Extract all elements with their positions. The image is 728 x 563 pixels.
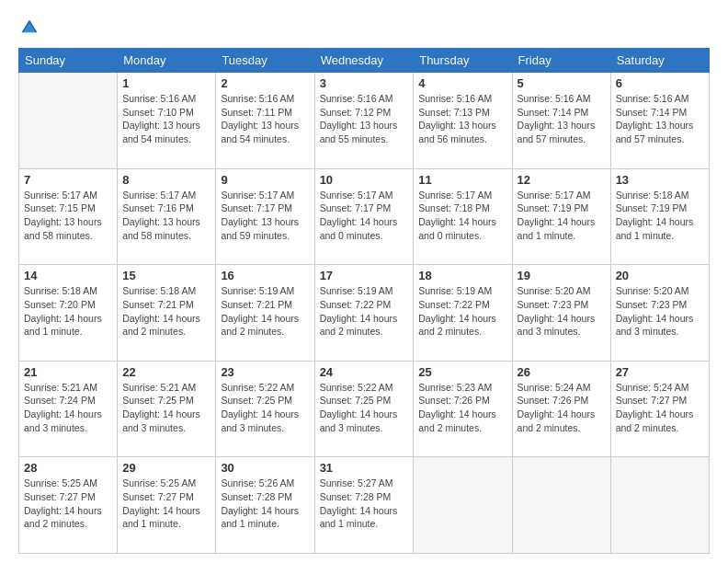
day-cell: 24Sunrise: 5:22 AMSunset: 7:25 PMDayligh…: [314, 361, 414, 457]
weekday-header-wednesday: Wednesday: [314, 49, 414, 73]
day-cell: 15Sunrise: 5:18 AMSunset: 7:21 PMDayligh…: [118, 265, 216, 362]
day-cell: 22Sunrise: 5:21 AMSunset: 7:25 PMDayligh…: [118, 361, 216, 457]
day-info: Sunrise: 5:25 AMSunset: 7:27 PMDaylight:…: [122, 477, 210, 531]
day-number: 4: [418, 76, 506, 90]
day-cell: 31Sunrise: 5:27 AMSunset: 7:28 PMDayligh…: [314, 457, 414, 554]
day-info: Sunrise: 5:18 AMSunset: 7:20 PMDaylight:…: [24, 284, 112, 339]
day-cell: 7Sunrise: 5:17 AMSunset: 7:15 PMDaylight…: [19, 168, 118, 265]
week-row-2: 7Sunrise: 5:17 AMSunset: 7:15 PMDaylight…: [19, 168, 710, 265]
week-row-4: 21Sunrise: 5:21 AMSunset: 7:24 PMDayligh…: [19, 361, 710, 457]
day-number: 14: [24, 269, 112, 282]
day-number: 16: [221, 269, 309, 282]
day-cell: 20Sunrise: 5:20 AMSunset: 7:23 PMDayligh…: [610, 265, 709, 362]
day-number: 17: [320, 269, 409, 282]
day-info: Sunrise: 5:16 AMSunset: 7:14 PMDaylight:…: [616, 92, 704, 146]
day-number: 8: [122, 173, 210, 187]
week-row-1: 1Sunrise: 5:16 AMSunset: 7:10 PMDaylight…: [19, 73, 710, 169]
day-info: Sunrise: 5:21 AMSunset: 7:24 PMDaylight:…: [24, 381, 112, 435]
day-number: 11: [418, 173, 506, 187]
day-cell: 2Sunrise: 5:16 AMSunset: 7:11 PMDaylight…: [216, 73, 314, 169]
header: [18, 17, 710, 39]
day-info: Sunrise: 5:27 AMSunset: 7:28 PMDaylight:…: [320, 477, 409, 531]
day-info: Sunrise: 5:16 AMSunset: 7:11 PMDaylight:…: [221, 92, 309, 146]
day-cell: 16Sunrise: 5:19 AMSunset: 7:21 PMDayligh…: [216, 265, 314, 362]
day-cell: 30Sunrise: 5:26 AMSunset: 7:28 PMDayligh…: [216, 457, 314, 554]
day-number: 20: [616, 269, 704, 282]
day-number: 24: [320, 365, 409, 379]
day-cell: [414, 457, 512, 554]
day-cell: 14Sunrise: 5:18 AMSunset: 7:20 PMDayligh…: [19, 265, 118, 362]
day-cell: 25Sunrise: 5:23 AMSunset: 7:26 PMDayligh…: [414, 361, 512, 457]
day-cell: 29Sunrise: 5:25 AMSunset: 7:27 PMDayligh…: [118, 457, 216, 554]
day-cell: 28Sunrise: 5:25 AMSunset: 7:27 PMDayligh…: [19, 457, 118, 554]
day-cell: 8Sunrise: 5:17 AMSunset: 7:16 PMDaylight…: [118, 168, 216, 265]
weekday-header-tuesday: Tuesday: [216, 49, 314, 73]
day-info: Sunrise: 5:19 AMSunset: 7:22 PMDaylight:…: [320, 284, 409, 339]
day-cell: 13Sunrise: 5:18 AMSunset: 7:19 PMDayligh…: [610, 168, 709, 265]
day-info: Sunrise: 5:19 AMSunset: 7:22 PMDaylight:…: [418, 284, 506, 339]
day-info: Sunrise: 5:17 AMSunset: 7:18 PMDaylight:…: [418, 189, 506, 243]
day-cell: 27Sunrise: 5:24 AMSunset: 7:27 PMDayligh…: [610, 361, 709, 457]
day-number: 10: [320, 173, 409, 187]
day-cell: [19, 73, 118, 169]
day-number: 9: [221, 173, 309, 187]
day-info: Sunrise: 5:23 AMSunset: 7:26 PMDaylight:…: [418, 381, 506, 435]
day-cell: 5Sunrise: 5:16 AMSunset: 7:14 PMDaylight…: [512, 73, 610, 169]
day-number: 23: [221, 365, 309, 379]
day-info: Sunrise: 5:17 AMSunset: 7:17 PMDaylight:…: [221, 189, 309, 243]
day-number: 29: [122, 461, 210, 475]
weekday-header-saturday: Saturday: [610, 49, 709, 73]
day-number: 6: [616, 76, 704, 90]
week-row-3: 14Sunrise: 5:18 AMSunset: 7:20 PMDayligh…: [19, 265, 710, 362]
day-number: 7: [24, 173, 112, 187]
day-cell: 9Sunrise: 5:17 AMSunset: 7:17 PMDaylight…: [216, 168, 314, 265]
day-cell: 17Sunrise: 5:19 AMSunset: 7:22 PMDayligh…: [314, 265, 414, 362]
day-number: 15: [122, 269, 210, 282]
weekday-header-sunday: Sunday: [19, 49, 118, 73]
day-cell: [610, 457, 709, 554]
day-info: Sunrise: 5:24 AMSunset: 7:27 PMDaylight:…: [616, 381, 704, 435]
day-number: 26: [518, 365, 606, 379]
day-info: Sunrise: 5:18 AMSunset: 7:19 PMDaylight:…: [616, 189, 704, 243]
weekday-header-monday: Monday: [118, 49, 216, 73]
day-cell: 12Sunrise: 5:17 AMSunset: 7:19 PMDayligh…: [512, 168, 610, 265]
day-info: Sunrise: 5:16 AMSunset: 7:10 PMDaylight:…: [122, 92, 210, 146]
day-info: Sunrise: 5:19 AMSunset: 7:21 PMDaylight:…: [221, 284, 309, 339]
day-cell: 1Sunrise: 5:16 AMSunset: 7:10 PMDaylight…: [118, 73, 216, 169]
day-info: Sunrise: 5:20 AMSunset: 7:23 PMDaylight:…: [616, 284, 704, 339]
day-number: 5: [518, 76, 606, 90]
day-cell: 10Sunrise: 5:17 AMSunset: 7:17 PMDayligh…: [314, 168, 414, 265]
page: SundayMondayTuesdayWednesdayThursdayFrid…: [0, 0, 728, 563]
weekday-header-thursday: Thursday: [414, 49, 512, 73]
day-number: 18: [418, 269, 506, 282]
day-info: Sunrise: 5:17 AMSunset: 7:16 PMDaylight:…: [122, 189, 210, 243]
day-number: 12: [518, 173, 606, 187]
weekday-header-row: SundayMondayTuesdayWednesdayThursdayFrid…: [19, 49, 710, 73]
day-cell: 3Sunrise: 5:16 AMSunset: 7:12 PMDaylight…: [314, 73, 414, 169]
day-cell: 11Sunrise: 5:17 AMSunset: 7:18 PMDayligh…: [414, 168, 512, 265]
day-number: 13: [616, 173, 704, 187]
day-info: Sunrise: 5:22 AMSunset: 7:25 PMDaylight:…: [320, 381, 409, 435]
day-cell: 23Sunrise: 5:22 AMSunset: 7:25 PMDayligh…: [216, 361, 314, 457]
day-number: 28: [24, 461, 112, 475]
calendar-body: 1Sunrise: 5:16 AMSunset: 7:10 PMDaylight…: [19, 73, 710, 554]
day-number: 30: [221, 461, 309, 475]
day-number: 3: [320, 76, 409, 90]
day-info: Sunrise: 5:16 AMSunset: 7:12 PMDaylight:…: [320, 92, 409, 146]
day-cell: 4Sunrise: 5:16 AMSunset: 7:13 PMDaylight…: [414, 73, 512, 169]
day-info: Sunrise: 5:20 AMSunset: 7:23 PMDaylight:…: [518, 284, 606, 339]
day-number: 25: [418, 365, 506, 379]
day-info: Sunrise: 5:17 AMSunset: 7:19 PMDaylight:…: [518, 189, 606, 243]
week-row-5: 28Sunrise: 5:25 AMSunset: 7:27 PMDayligh…: [19, 457, 710, 554]
day-number: 2: [221, 76, 309, 90]
day-cell: [512, 457, 610, 554]
day-info: Sunrise: 5:17 AMSunset: 7:15 PMDaylight:…: [24, 189, 112, 243]
day-number: 31: [320, 461, 409, 475]
day-cell: 21Sunrise: 5:21 AMSunset: 7:24 PMDayligh…: [19, 361, 118, 457]
day-cell: 19Sunrise: 5:20 AMSunset: 7:23 PMDayligh…: [512, 265, 610, 362]
day-info: Sunrise: 5:25 AMSunset: 7:27 PMDaylight:…: [24, 477, 112, 531]
day-info: Sunrise: 5:24 AMSunset: 7:26 PMDaylight:…: [518, 381, 606, 435]
logo: [18, 17, 44, 39]
day-number: 1: [122, 76, 210, 90]
day-number: 19: [518, 269, 606, 282]
